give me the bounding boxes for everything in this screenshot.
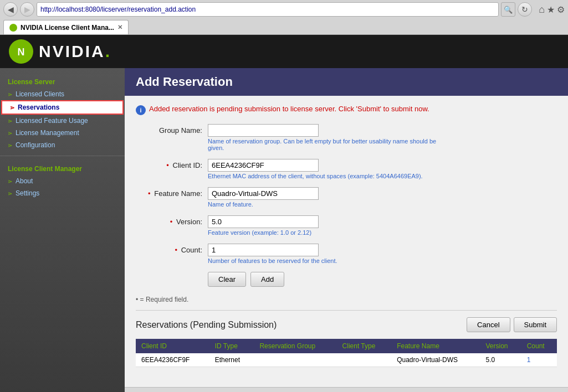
client-id-field-group: Ethernet MAC address of the client, with… — [208, 159, 423, 179]
home-icon[interactable]: ⌂ — [539, 4, 545, 16]
alert-message: Added reservation is pending submission … — [149, 105, 429, 113]
nvidia-logo-icon: N — [9, 39, 33, 64]
arrow-icon-6: ⋗ — [8, 190, 12, 197]
info-icon: i — [136, 105, 146, 115]
settings-icon[interactable]: ⚙ — [557, 4, 565, 15]
reservations-table: Client ID ID Type Reservation Group Clie… — [136, 339, 557, 367]
count-row: • Count: Number of features to be reserv… — [136, 244, 557, 264]
active-tab[interactable]: NVIDIA License Client Mana... ✕ — [3, 20, 129, 34]
pending-actions: Cancel Submit — [467, 317, 557, 332]
count-input[interactable] — [208, 244, 319, 256]
group-name-label: Group Name: — [136, 124, 208, 135]
alert-info: i Added reservation is pending submissio… — [136, 105, 557, 115]
group-name-field-group: Name of reservation group. Can be left e… — [208, 124, 441, 151]
add-button[interactable]: Add — [250, 272, 284, 287]
col-reservation-group: Reservation Group — [254, 339, 336, 353]
search-button[interactable]: 🔍 — [501, 2, 515, 17]
col-count: Count — [521, 339, 557, 353]
section-divider — [136, 310, 557, 311]
svg-text:N: N — [18, 47, 25, 58]
required-dot-client-id: • — [166, 161, 169, 169]
feature-name-help: Name of feature. — [208, 201, 319, 208]
search-icon: 🔍 — [504, 6, 513, 14]
arrow-icon-2: ⋗ — [8, 118, 12, 124]
content-body: i Added reservation is pending submissio… — [125, 96, 568, 376]
col-id-type: ID Type — [209, 339, 254, 353]
table-cell-6: 1 — [521, 353, 557, 367]
feature-name-field-group: Name of feature. — [208, 187, 319, 208]
arrow-icon-active: ⋗ — [10, 105, 14, 111]
table-body: 6EEA4236CF9FEthernetQuadro-Virtual-DWS5.… — [136, 353, 557, 367]
arrow-icon-4: ⋗ — [8, 142, 12, 148]
back-button[interactable]: ◀ — [3, 2, 18, 17]
col-version: Version — [480, 339, 521, 353]
count-help: Number of features to be reserved for th… — [208, 257, 337, 264]
address-bar: http://localhost:8080/licserver/reservat… — [37, 2, 499, 17]
required-dot-version: • — [170, 218, 173, 226]
client-id-row: • Client ID: Ethernet MAC address of the… — [136, 159, 557, 179]
version-row: • Version: Feature version (example: 1.0… — [136, 215, 557, 236]
tab-close-icon[interactable]: ✕ — [117, 24, 122, 31]
content-area: Add Reservation i Added reservation is p… — [125, 68, 568, 392]
arrow-icon-5: ⋗ — [8, 178, 12, 184]
feature-name-input[interactable] — [208, 187, 319, 200]
feature-name-row: • Feature Name: Name of feature. — [136, 187, 557, 208]
required-dot-feature: • — [148, 189, 151, 198]
sidebar: License Server ⋗ Licensed Clients ⋗ Rese… — [0, 68, 125, 392]
required-legend: • = Required field. — [136, 296, 557, 303]
clear-button[interactable]: Clear — [208, 272, 246, 287]
add-reservation-form: Group Name: Name of reservation group. C… — [136, 124, 557, 264]
browser-chrome: ◀ ▶ http://localhost:8080/licserver/rese… — [0, 0, 568, 35]
client-id-input[interactable] — [208, 159, 319, 172]
version-input[interactable] — [208, 215, 319, 228]
sidebar-label-configuration: Configuration — [16, 141, 55, 149]
sidebar-label-feature-usage: Licensed Feature Usage — [16, 117, 88, 125]
sidebar-divider — [0, 156, 125, 156]
sidebar-item-configuration[interactable]: ⋗ Configuration — [0, 139, 125, 151]
client-id-help: Ethernet MAC address of the client, with… — [208, 173, 423, 179]
url-input[interactable]: http://localhost:8080/licserver/reservat… — [40, 6, 495, 13]
refresh-button[interactable]: ↻ — [518, 2, 532, 17]
sidebar-item-licensed-feature-usage[interactable]: ⋗ Licensed Feature Usage — [0, 115, 125, 127]
sidebar-label-about: About — [16, 177, 33, 185]
forward-button[interactable]: ▶ — [20, 2, 34, 17]
table-header: Client ID ID Type Reservation Group Clie… — [136, 339, 557, 353]
table-cell-0: 6EEA4236CF9F — [136, 353, 209, 367]
arrow-icon-3: ⋗ — [8, 130, 12, 136]
count-field-group: Number of features to be reserved for th… — [208, 244, 337, 264]
feature-name-label: • Feature Name: — [136, 187, 208, 198]
col-client-id: Client ID — [136, 339, 209, 353]
footer: Copyright (c) 2017 NVIDIA Corporation. A… — [125, 387, 568, 392]
pending-title: Reservations (Pending Submission) — [136, 320, 277, 330]
star-icon[interactable]: ★ — [547, 4, 555, 15]
required-dot-count: • — [175, 246, 178, 254]
sidebar-item-license-management[interactable]: ⋗ License Management — [0, 127, 125, 139]
tab-label: NVIDIA License Client Mana... — [21, 24, 114, 32]
sidebar-label-licensed-clients: Licensed Clients — [16, 90, 64, 98]
sidebar-label-reservations: Reservations — [18, 104, 59, 111]
col-client-type: Client Type — [337, 339, 392, 353]
table-row: 6EEA4236CF9FEthernetQuadro-Virtual-DWS5.… — [136, 353, 557, 367]
page-title: Add Reservation — [136, 75, 233, 89]
nvidia-logo-container: N NVIDIA. — [9, 39, 111, 64]
browser-toolbar: ◀ ▶ http://localhost:8080/licserver/rese… — [0, 0, 568, 19]
sidebar-section-license-server: License Server — [0, 74, 125, 88]
pending-header: Reservations (Pending Submission) Cancel… — [136, 317, 557, 332]
group-name-input[interactable] — [208, 124, 319, 137]
table-cell-1: Ethernet — [209, 353, 254, 367]
sidebar-item-about[interactable]: ⋗ About — [0, 175, 125, 187]
sidebar-item-reservations[interactable]: ⋗ Reservations — [1, 100, 124, 115]
sidebar-label-license-management: License Management — [16, 129, 79, 137]
submit-button[interactable]: Submit — [514, 317, 557, 332]
tab-favicon — [9, 24, 17, 32]
tab-bar: NVIDIA License Client Mana... ✕ — [0, 19, 568, 34]
col-feature-name: Feature Name — [391, 339, 480, 353]
cancel-button[interactable]: Cancel — [467, 317, 510, 332]
sidebar-item-licensed-clients[interactable]: ⋗ Licensed Clients — [0, 88, 125, 100]
sidebar-item-settings[interactable]: ⋗ Settings — [0, 187, 125, 199]
page-title-bar: Add Reservation — [125, 68, 568, 96]
table-cell-5: 5.0 — [480, 353, 521, 367]
client-id-label: • Client ID: — [136, 159, 208, 169]
version-help: Feature version (example: 1.0 or 2.12) — [208, 229, 319, 236]
main-layout: License Server ⋗ Licensed Clients ⋗ Rese… — [0, 68, 568, 392]
